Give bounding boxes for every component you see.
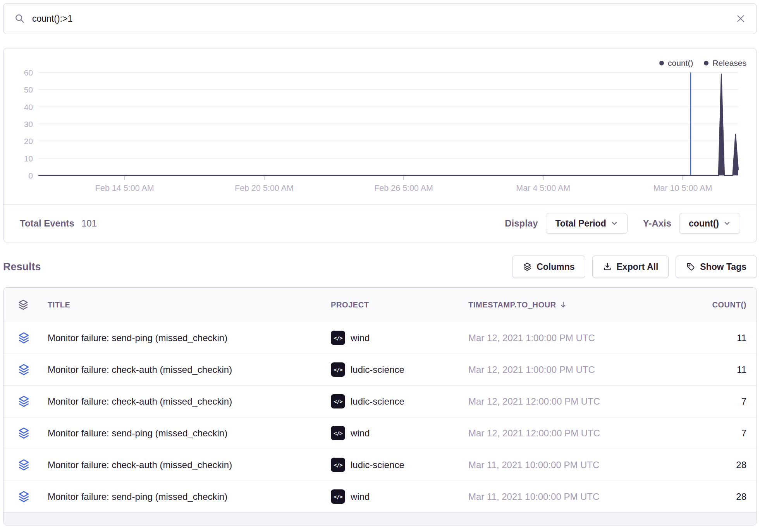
project-name: wind	[351, 491, 370, 502]
total-events-value: 101	[81, 218, 97, 229]
event-timestamp: Mar 12, 2021 12:00:00 PM UTC	[468, 396, 681, 407]
svg-text:0: 0	[28, 171, 33, 180]
event-count: 28	[681, 491, 746, 502]
chevron-down-icon	[611, 220, 618, 227]
svg-text:20: 20	[24, 137, 33, 146]
table-footer	[3, 513, 757, 525]
stack-icon	[17, 395, 48, 408]
column-header-title[interactable]: TITLE	[48, 300, 331, 309]
table-row[interactable]: Monitor failure: check-auth (missed_chec…	[3, 386, 757, 417]
clear-search-icon[interactable]	[736, 14, 746, 24]
chart-footer: Total Events 101 Display Total Period Y-…	[3, 204, 757, 242]
event-title[interactable]: Monitor failure: send-ping (missed_check…	[48, 428, 227, 439]
table-row[interactable]: Monitor failure: send-ping (missed_check…	[3, 322, 757, 354]
event-title[interactable]: Monitor failure: check-auth (missed_chec…	[48, 396, 232, 407]
column-header-count[interactable]: COUNT()	[681, 300, 746, 309]
table-row[interactable]: Monitor failure: send-ping (missed_check…	[3, 481, 757, 513]
platform-code-icon: </>	[331, 362, 345, 377]
y-axis-select[interactable]: count()	[679, 213, 740, 234]
stack-icon	[17, 490, 48, 503]
svg-text:30: 30	[24, 120, 33, 129]
svg-text:Mar 10 5:00 AM: Mar 10 5:00 AM	[653, 184, 712, 193]
svg-text:Feb 26 5:00 AM: Feb 26 5:00 AM	[374, 184, 433, 193]
event-title[interactable]: Monitor failure: send-ping (missed_check…	[48, 333, 227, 343]
platform-code-icon: </>	[331, 489, 345, 504]
y-axis-select-value: count()	[689, 218, 719, 229]
results-heading: Results	[3, 261, 41, 273]
stack-icon	[17, 331, 48, 344]
table-row[interactable]: Monitor failure: send-ping (missed_check…	[3, 417, 757, 449]
discover-page: count()Releases 0102030405060Feb 14 5:00…	[0, 0, 760, 529]
event-title[interactable]: Monitor failure: check-auth (missed_chec…	[48, 460, 232, 470]
column-header-timestamp-label: TIMESTAMP.TO_HOUR	[468, 300, 556, 309]
svg-text:50: 50	[24, 85, 33, 94]
sort-desc-icon	[559, 301, 567, 309]
layers-icon	[523, 262, 532, 271]
table-header-row: TITLE PROJECT TIMESTAMP.TO_HOUR COUNT()	[3, 288, 757, 322]
project-name: ludic-science	[351, 396, 404, 407]
legend-item-releases[interactable]: Releases	[704, 58, 746, 68]
search-icon	[14, 13, 25, 24]
svg-text:60: 60	[24, 68, 33, 77]
platform-code-icon: </>	[331, 426, 345, 440]
download-icon	[603, 262, 612, 271]
stack-icon	[17, 299, 48, 311]
search-input[interactable]	[32, 14, 729, 24]
results-table: TITLE PROJECT TIMESTAMP.TO_HOUR COUNT() …	[3, 287, 757, 525]
stack-icon	[17, 427, 48, 439]
legend-label: Releases	[712, 58, 746, 68]
event-count: 28	[681, 460, 746, 470]
platform-code-icon: </>	[331, 458, 345, 472]
show-tags-button-label: Show Tags	[700, 262, 746, 272]
event-count: 11	[681, 333, 746, 343]
display-select[interactable]: Total Period	[546, 213, 628, 234]
event-title[interactable]: Monitor failure: check-auth (missed_chec…	[48, 364, 232, 375]
project-name: ludic-science	[351, 460, 404, 470]
table-row[interactable]: Monitor failure: check-auth (missed_chec…	[3, 449, 757, 481]
platform-code-icon: </>	[331, 394, 345, 408]
legend-dot-icon	[704, 61, 708, 65]
legend-dot-icon	[659, 61, 664, 65]
export-all-button[interactable]: Export All	[592, 256, 669, 278]
tag-icon	[686, 262, 695, 271]
platform-code-icon: </>	[331, 331, 345, 345]
show-tags-button[interactable]: Show Tags	[676, 256, 757, 278]
column-header-timestamp[interactable]: TIMESTAMP.TO_HOUR	[468, 300, 681, 309]
columns-button-label: Columns	[536, 262, 574, 272]
export-all-button-label: Export All	[617, 262, 659, 272]
chart-canvas: 0102030405060Feb 14 5:00 AMFeb 20 5:00 A…	[3, 48, 757, 204]
svg-text:40: 40	[24, 103, 33, 112]
event-timestamp: Mar 11, 2021 10:00:00 PM UTC	[468, 460, 681, 470]
events-chart: count()Releases 0102030405060Feb 14 5:00…	[3, 48, 757, 204]
chart-legend: count()Releases	[659, 58, 746, 68]
stack-icon	[17, 363, 48, 376]
event-count: 7	[681, 396, 746, 407]
event-timestamp: Mar 12, 2021 1:00:00 PM UTC	[468, 364, 681, 375]
event-timestamp: Mar 11, 2021 10:00:00 PM UTC	[468, 491, 681, 502]
project-name: wind	[351, 333, 370, 343]
event-timestamp: Mar 12, 2021 12:00:00 PM UTC	[468, 428, 681, 439]
svg-text:Mar 4 5:00 AM: Mar 4 5:00 AM	[516, 184, 570, 193]
column-header-project[interactable]: PROJECT	[331, 300, 468, 309]
table-row[interactable]: Monitor failure: check-auth (missed_chec…	[3, 354, 757, 386]
search-bar[interactable]	[3, 3, 757, 34]
columns-button[interactable]: Columns	[512, 256, 585, 278]
total-events-label: Total Events	[20, 218, 74, 229]
event-title[interactable]: Monitor failure: send-ping (missed_check…	[48, 491, 227, 502]
stack-icon	[17, 458, 48, 471]
svg-text:Feb 20 5:00 AM: Feb 20 5:00 AM	[235, 184, 294, 193]
y-axis-label: Y-Axis	[643, 218, 671, 229]
svg-text:Feb 14 5:00 AM: Feb 14 5:00 AM	[95, 184, 154, 193]
display-label: Display	[505, 218, 538, 229]
event-count: 7	[681, 428, 746, 439]
legend-item-count[interactable]: count()	[659, 58, 693, 68]
results-header: Results Columns Export All Show Tags	[3, 256, 757, 278]
chevron-down-icon	[724, 220, 731, 227]
event-count: 11	[681, 364, 746, 375]
display-select-value: Total Period	[555, 218, 606, 229]
event-timestamp: Mar 12, 2021 1:00:00 PM UTC	[468, 333, 681, 343]
legend-label: count()	[668, 58, 693, 68]
chart-panel: count()Releases 0102030405060Feb 14 5:00…	[3, 48, 757, 242]
svg-text:10: 10	[24, 154, 33, 163]
project-name: ludic-science	[351, 364, 404, 375]
